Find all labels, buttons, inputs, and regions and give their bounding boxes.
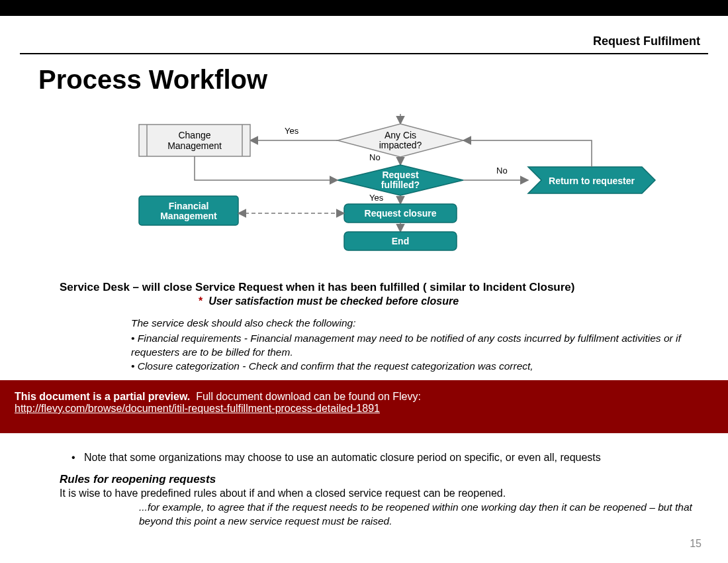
preview-bold: This document is a partial preview. bbox=[15, 391, 190, 402]
after-banner: • Note that some organizations may choos… bbox=[60, 452, 702, 529]
bullet-2: • Closure categorization - Check and con… bbox=[131, 360, 702, 374]
label-yes-2: Yes bbox=[369, 193, 384, 203]
preview-link[interactable]: http://flevy.com/browse/document/itil-re… bbox=[15, 403, 380, 414]
page-title: Process Workflow bbox=[38, 65, 267, 95]
decision-any-cis-label-1: Any Cis bbox=[385, 130, 416, 140]
bullet-1: • Financial requirements - Financial man… bbox=[131, 332, 702, 360]
preview-rest: Full document download can be found on F… bbox=[196, 391, 421, 402]
process-change-mgmt-l1: Change bbox=[178, 130, 210, 140]
rules-example: ...for example, to agree that if the req… bbox=[139, 501, 702, 529]
asterisk-icon: * bbox=[199, 295, 203, 307]
process-financial-mgmt-l1: Financial bbox=[169, 201, 209, 211]
decision-any-cis-label-2: impacted? bbox=[379, 140, 422, 150]
header-rule bbox=[20, 53, 708, 54]
decision-request-fulfilled-l2: fulfilled? bbox=[381, 179, 420, 190]
flowchart-svg: Any Cis impacted? Yes Change Management … bbox=[132, 114, 662, 260]
preview-banner: This document is a partial preview. Full… bbox=[0, 380, 728, 433]
rules-body: It is wise to have predefined rules abou… bbox=[60, 487, 702, 499]
slide: Request Fulfilment Process Workflow Any … bbox=[0, 16, 728, 563]
decision-request-fulfilled-l1: Request bbox=[382, 170, 419, 180]
asterisk-text: User satisfaction must be checked before… bbox=[208, 295, 459, 307]
asterisk-line: * User satisfaction must be checked befo… bbox=[199, 295, 702, 307]
label-no-1: No bbox=[369, 152, 381, 162]
content-block: Service Desk – will close Service Reques… bbox=[60, 281, 702, 374]
process-end-label: End bbox=[392, 236, 409, 246]
workflow-diagram: Any Cis impacted? Yes Change Management … bbox=[132, 114, 662, 260]
page-number: 15 bbox=[690, 538, 702, 550]
process-request-closure-label: Request closure bbox=[365, 208, 437, 219]
process-change-mgmt-l2: Management bbox=[167, 140, 222, 151]
note-auto-closure: • Note that some organizations may choos… bbox=[71, 452, 702, 464]
label-no-2: No bbox=[496, 166, 508, 176]
check-intro: The service desk should also check the f… bbox=[131, 317, 702, 331]
process-return-requester-label: Return to requester bbox=[549, 176, 635, 186]
service-desk-line: Service Desk – will close Service Reques… bbox=[60, 281, 702, 294]
label-yes-1: Yes bbox=[285, 126, 299, 136]
header-label: Request Fulfilment bbox=[593, 34, 700, 48]
rules-header: Rules for reopening requests bbox=[60, 473, 702, 486]
check-bullets: • Financial requirements - Financial man… bbox=[131, 332, 702, 374]
process-financial-mgmt-l2: Management bbox=[160, 211, 217, 221]
